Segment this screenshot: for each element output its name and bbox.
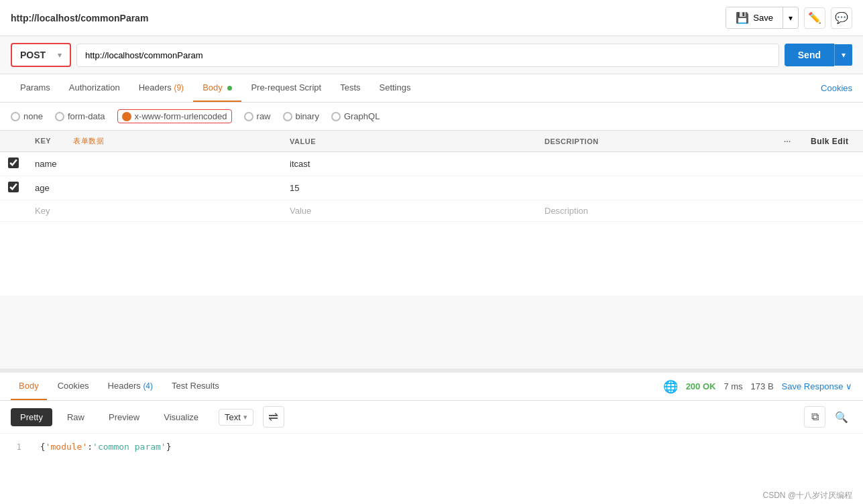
globe-icon: 🌐 [663,379,678,394]
headers-response-badge: (4) [143,381,153,391]
fmt-btn-pretty[interactable]: Pretty [11,408,52,426]
resp-tab-test-results[interactable]: Test Results [164,373,227,400]
tab-pre-request-script[interactable]: Pre-request Script [241,74,331,102]
radio-form-data[interactable]: form-data [55,111,105,121]
table-row: age 15 [0,176,863,200]
col-header-key: KEY 表单数据 [27,131,282,152]
copy-button[interactable]: ⧉ [804,406,825,428]
edit-button[interactable]: ✏️ [804,7,825,29]
format-bar: Pretty Raw Preview Visualize Text ▾ ⇌ ⧉ … [0,401,863,434]
send-dropdown-button[interactable]: ▾ [834,44,852,66]
wrap-button[interactable]: ⇌ [263,406,284,428]
new-row-check-cell [0,200,27,222]
tab-body[interactable]: Body [193,74,241,102]
resp-tab-cookies[interactable]: Cookies [50,373,97,400]
radio-form-data-circle [55,112,64,121]
send-button-group: Send ▾ [785,44,852,66]
radio-x-www-form-urlencoded[interactable]: x-www-form-urlencoded [117,109,232,123]
response-status-bar: 🌐 200 OK 7 ms 173 B Save Response ∨ [663,379,852,394]
comment-button[interactable]: 💬 [831,7,852,29]
title-bar: http://localhost/commonParam 💾 Save ▾ ✏️… [0,0,863,36]
col-header-description: DESCRIPTION [536,131,776,152]
fmt-right-actions: ⧉ 🔍 [804,406,852,428]
params-table: KEY 表单数据 VALUE DESCRIPTION ··· Bulk Edit [0,131,863,222]
tab-headers[interactable]: Headers (9) [129,74,193,102]
fmt-btn-preview[interactable]: Preview [99,408,149,426]
cookies-link[interactable]: Cookies [821,83,852,93]
save-response-button[interactable]: Save Response ∨ [782,381,852,391]
radio-raw[interactable]: raw [244,111,271,121]
row-1-dots-cell [776,152,803,176]
method-select[interactable]: POST ▾ [11,43,71,67]
row-2-check-cell [0,176,27,200]
status-ok: 200 OK [686,381,716,391]
code-colon: : [87,442,93,452]
text-format-select[interactable]: Text ▾ [219,409,253,426]
table-row-new: Key Value Description [0,200,863,222]
row-1-bulk-cell [803,152,863,176]
body-active-dot [227,86,232,90]
code-close-brace: } [166,442,172,452]
radio-binary-circle [283,112,292,121]
search-button[interactable]: 🔍 [831,406,852,428]
tab-settings[interactable]: Settings [370,74,420,102]
url-input[interactable] [76,44,779,67]
headers-badge: (9) [174,83,184,92]
row-1-value-cell[interactable]: itcast [282,152,536,176]
radio-graphql-circle [331,112,341,121]
col-header-check [0,131,27,152]
new-row-key-cell[interactable]: Key [27,200,282,222]
row-1-check-cell [0,152,27,176]
row-1-key-cell[interactable]: name [27,152,282,176]
col-header-bulk-edit[interactable]: Bulk Edit [803,131,863,152]
code-line-1: 1 {'module':'common param'} [11,442,852,452]
title-actions: 💾 Save ▾ ✏️ 💬 [726,7,852,29]
row-2-dots-cell [776,176,803,200]
new-row-bulk-cell [803,200,863,222]
radio-x-www-form-urlencoded-circle [122,112,131,121]
title-url: http://localhost/commonParam [11,13,148,23]
row-2-bulk-cell [803,176,863,200]
wrap-icon: ⇌ [268,410,278,424]
new-row-value-cell[interactable]: Value [282,200,536,222]
code-open-brace: { [40,442,46,452]
spacer [0,296,863,369]
body-type-bar: none form-data x-www-form-urlencoded raw… [0,103,863,131]
request-bar: POST ▾ Send ▾ [0,36,863,74]
fmt-btn-visualize[interactable]: Visualize [154,408,208,426]
radio-graphql[interactable]: GraphQL [331,111,380,121]
tab-tests[interactable]: Tests [331,74,369,102]
code-output: 1 {'module':'common param'} [0,434,863,487]
request-tabs-bar: Params Authorization Headers (9) Body Pr… [0,74,863,103]
save-button[interactable]: 💾 Save [726,7,783,28]
table-annotation: 表单数据 [73,137,104,145]
response-section: Body Cookies Headers (4) Test Results 🌐 … [0,369,863,504]
radio-none[interactable]: none [11,111,43,121]
response-time: 7 ms [724,381,742,391]
tab-authorization[interactable]: Authorization [60,74,129,102]
radio-binary[interactable]: binary [283,111,319,121]
text-format-dropdown-icon: ▾ [243,413,247,422]
resp-tab-headers[interactable]: Headers (4) [100,373,161,400]
response-tabs-bar: Body Cookies Headers (4) Test Results 🌐 … [0,373,863,401]
params-table-container: KEY 表单数据 VALUE DESCRIPTION ··· Bulk Edit [0,131,863,296]
radio-raw-circle [244,112,253,121]
row-2-desc-cell[interactable] [536,176,776,200]
new-row-desc-cell[interactable]: Description [536,200,776,222]
row-2-checkbox[interactable] [8,182,19,192]
response-size: 173 B [751,381,774,391]
tab-params[interactable]: Params [11,74,60,102]
code-key: 'module' [46,442,88,452]
row-2-key-cell[interactable]: age [27,176,282,200]
resp-tab-body[interactable]: Body [11,373,47,400]
row-2-value-cell[interactable]: 15 [282,176,536,200]
col-header-dots: ··· [776,131,803,152]
radio-none-circle [11,112,20,121]
code-value: 'common param' [93,442,166,452]
row-1-desc-cell[interactable] [536,152,776,176]
col-header-value: VALUE [282,131,536,152]
save-dropdown-button[interactable]: ▾ [783,9,798,27]
row-1-checkbox[interactable] [8,158,19,168]
send-main-button[interactable]: Send [785,44,834,66]
fmt-btn-raw[interactable]: Raw [58,408,94,426]
